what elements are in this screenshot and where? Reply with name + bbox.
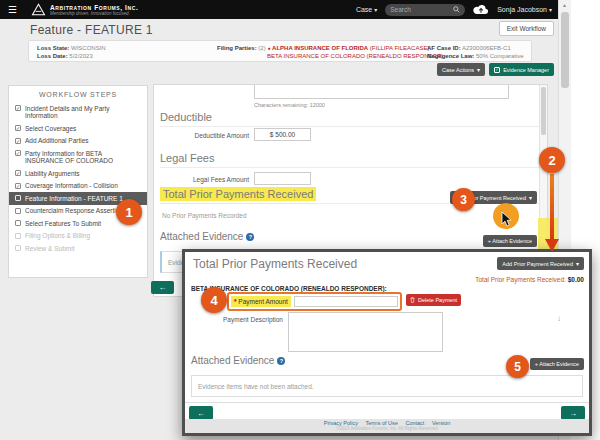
checkbox-checked-icon: ✓ <box>15 138 21 144</box>
checkbox-checked-icon: ✓ <box>15 125 21 131</box>
characters-remaining: Characters remaining: 12000 <box>254 102 325 108</box>
top-navigation-bar: ☰ Arbitration Forums, Inc. Membership dr… <box>0 0 558 19</box>
search-icon[interactable] <box>453 6 460 13</box>
case-menu[interactable]: Case ▾ <box>356 6 377 13</box>
brand-name: Arbitration Forums, Inc. <box>50 4 138 11</box>
payment-amount-row: * Payment Amount <box>227 292 402 311</box>
legal-fees-heading: Legal Fees <box>160 152 540 168</box>
delete-payment-button[interactable]: Delete Payment <box>406 294 461 306</box>
sidebar-item-select-coverages[interactable]: ✓Select Coverages <box>9 122 147 135</box>
modal-next-button[interactable]: → <box>561 406 585 420</box>
workflow-back-button[interactable]: ← <box>151 281 174 294</box>
filing-party-1: ALPHA INSURANCE OF FLORIDA <box>272 45 368 51</box>
page-title: Feature - FEATURE 1 <box>30 23 153 37</box>
modal-attached-evidence-heading: Attached Evidence? <box>191 355 285 366</box>
af-logo-icon <box>31 3 46 16</box>
total-prior-payments-summary: Total Prior Payments Received: $0.00 <box>475 276 584 283</box>
checkbox-empty-icon <box>15 208 21 214</box>
legal-fees-amount-label: Legal Fees Amount <box>154 176 249 183</box>
evidence-manager-button[interactable]: ✓Evidence Manager <box>489 63 554 76</box>
step-annotation-5: 5 <box>506 355 529 378</box>
workflow-steps-panel: WORKFLOW STEPS ✓Incident Details and My … <box>8 85 148 278</box>
no-prior-payments-text: No Prior Payments Recorded <box>162 212 247 219</box>
modal-attach-evidence-button[interactable]: + Attach Evidence <box>530 358 584 370</box>
sidebar-item-incident-details[interactable]: ✓Incident Details and My Party Informati… <box>9 102 147 122</box>
af-case-id-value: A2300006EFB-C1 <box>462 45 511 51</box>
checkbox-checked-icon: ✓ <box>15 150 21 156</box>
modal-back-button[interactable]: ← <box>189 406 213 420</box>
page-scrollbar-thumb[interactable] <box>561 12 569 88</box>
scroll-up-icon[interactable]: ▲ <box>562 2 567 8</box>
loss-date-value: 5/2/2023 <box>69 53 92 59</box>
payment-description-textarea[interactable] <box>288 312 443 352</box>
sidebar-item-party-information[interactable]: ✓Party Information for BETA INSURANCE OF… <box>9 147 147 167</box>
panel-scrollbar-thumb[interactable] <box>541 87 546 135</box>
af-case-id-label: AF Case ID: <box>427 45 461 51</box>
search-input[interactable] <box>390 6 453 13</box>
case-info-bar: Loss State: WISCONSIN Loss Date: 5/2/202… <box>28 40 532 62</box>
legal-fees-amount-input[interactable] <box>254 172 311 185</box>
evidence-manager-icon: ✓ <box>494 67 500 73</box>
sidebar-item-coverage-information[interactable]: ✓Coverage Information - Collision <box>9 180 147 193</box>
sidebar-item-add-additional-parties[interactable]: ✓Add Additional Parties <box>9 135 147 148</box>
brand-tagline: Membership driven. Innovation focused. <box>50 11 138 16</box>
checkbox-empty-icon <box>15 245 21 251</box>
deductible-amount-label: Deductible Amount <box>154 132 249 139</box>
checkbox-checked-icon: ✓ <box>15 105 21 111</box>
modal-title: Total Prior Payments Received <box>193 257 357 271</box>
chevron-down-icon: ▾ <box>477 66 480 73</box>
help-icon[interactable]: ? <box>246 233 254 241</box>
payment-description-label: Payment Description <box>185 316 283 323</box>
annotation-arrow-head <box>545 239 559 252</box>
upload-cloud-icon[interactable] <box>473 4 489 15</box>
negligence-law-value: 50% Comparative <box>476 53 524 59</box>
exit-workflow-button[interactable]: Exit Workflow <box>499 21 554 36</box>
trash-icon <box>410 297 415 303</box>
chevron-down-icon: ▾ <box>529 194 532 201</box>
deductible-amount-input[interactable] <box>254 128 311 141</box>
copyright-text: ©2023 Arbitration Forums, Inc. All Right… <box>185 426 589 431</box>
af-logo[interactable]: Arbitration Forums, Inc. Membership driv… <box>31 3 138 16</box>
screen: ☰ Arbitration Forums, Inc. Membership dr… <box>0 0 600 440</box>
step-annotation-4: 4 <box>201 287 227 313</box>
loss-date-label: Loss Date: <box>37 53 68 59</box>
party-status-dot-icon: ● <box>267 45 270 51</box>
payment-amount-label: * Payment Amount <box>231 296 291 307</box>
sidebar-item-liability-arguments[interactable]: ✓Liability Arguments <box>9 167 147 180</box>
step-annotation-1: 1 <box>116 199 142 225</box>
modal-evidence-placeholder-box: Evidence items have not been attached. <box>191 375 583 397</box>
required-icon: * <box>234 298 237 305</box>
step-annotation-2: 2 <box>539 147 565 173</box>
menu-icon[interactable]: ☰ <box>8 5 17 15</box>
chevron-down-icon: ▾ <box>576 260 579 267</box>
feature-comments-textarea[interactable] <box>254 84 509 99</box>
sidebar-item-filing-options: Filing Options & Billing <box>9 230 147 243</box>
help-icon[interactable]: ? <box>277 357 285 365</box>
workflow-steps-title: WORKFLOW STEPS <box>9 91 147 98</box>
modal-divider <box>185 402 589 403</box>
payment-amount-input[interactable] <box>294 296 398 307</box>
case-actions-button[interactable]: Case Actions▾ <box>437 63 485 76</box>
chevron-down-icon: ▾ <box>374 7 377 13</box>
mouse-cursor-icon <box>501 211 512 227</box>
attach-evidence-button[interactable]: + Attach Evidence <box>483 235 537 247</box>
user-menu[interactable]: Sonja Jacobson ▾ <box>497 6 552 13</box>
annotation-arrow <box>550 174 554 240</box>
step-annotation-3: 3 <box>452 188 475 211</box>
checkbox-empty-icon <box>15 195 21 201</box>
loss-state-label: Loss State: <box>37 45 69 51</box>
checkbox-empty-icon <box>15 220 21 226</box>
loss-state-value: WISCONSIN <box>71 45 106 51</box>
modal-add-prior-payment-button[interactable]: Add Prior Payment Received▾ <box>497 257 584 270</box>
search-bar[interactable] <box>385 4 465 16</box>
modal-footer: Privacy Policy Terms of Use Contact Vers… <box>185 419 589 433</box>
filing-party-2: BETA INSURANCE OF COLORADO (RENEALDO RES… <box>267 53 443 59</box>
filing-party-1-contact: (FILLIPA FILEACASE) <box>370 45 430 51</box>
chevron-down-icon: ▾ <box>549 7 552 13</box>
negligence-law-label: Negligence Law: <box>427 53 474 59</box>
attached-evidence-heading: Attached Evidence? <box>160 231 254 242</box>
filing-parties-label: Filing Parties: <box>217 45 257 51</box>
checkbox-empty-icon <box>15 233 21 239</box>
sidebar-item-review-submit: Review & Submit <box>9 242 147 255</box>
checkbox-checked-icon: ✓ <box>15 170 21 176</box>
